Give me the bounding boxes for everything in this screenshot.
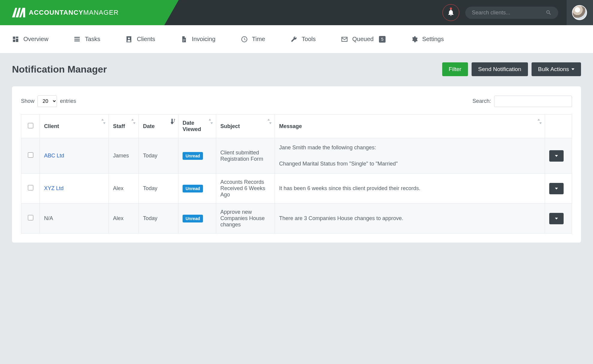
nav-badge: 5 <box>379 36 386 43</box>
client-link[interactable]: XYZ Ltd <box>44 185 64 191</box>
sort-icon <box>538 119 542 124</box>
message-cell: It has been 6 weeks since this client pr… <box>279 184 541 192</box>
subject-cell: Client submitted Registration Form <box>216 138 275 174</box>
brand-band: ACCOUNTANCYMANAGER <box>0 0 179 25</box>
col-date[interactable]: Date <box>139 115 178 138</box>
staff-cell: Alex <box>109 174 139 204</box>
nav-invoicing[interactable]: Invoicing <box>180 36 216 43</box>
app-header: ACCOUNTANCYMANAGER <box>0 0 593 25</box>
message-cell: Jane Smith made the following changes:Ch… <box>279 144 541 168</box>
filter-button[interactable]: Filter <box>442 62 468 76</box>
main-nav: OverviewTasksClientsInvoicingTimeToolsQu… <box>0 25 593 53</box>
table-row: N/AAlexTodayUnreadApprove new Companies … <box>21 204 572 234</box>
date-cell: Today <box>139 138 178 174</box>
show-suffix-label: entries <box>60 98 76 104</box>
wrench-icon <box>290 36 297 43</box>
chevron-down-icon <box>571 68 574 70</box>
staff-cell: James <box>109 138 139 174</box>
search-icon <box>546 10 552 16</box>
date-cell: Today <box>139 204 178 234</box>
show-prefix-label: Show <box>21 98 34 104</box>
logo-icon <box>12 8 25 17</box>
sort-desc-icon <box>171 119 175 124</box>
client-search[interactable] <box>465 7 558 19</box>
date-cell: Today <box>139 174 178 204</box>
row-actions-button[interactable] <box>549 183 564 194</box>
send-notification-button[interactable]: Send Notification <box>472 62 528 76</box>
row-checkbox[interactable] <box>28 185 33 190</box>
subject-cell: Accounts Records Received 6 Weeks Ago <box>216 174 275 204</box>
nav-queued[interactable]: Queued5 <box>341 36 386 43</box>
row-actions-button[interactable] <box>549 213 564 224</box>
chevron-down-icon <box>555 155 558 157</box>
clock-icon <box>241 36 248 43</box>
notifications-bell[interactable] <box>443 4 459 21</box>
sort-icon <box>267 119 272 124</box>
col-message[interactable]: Message <box>275 115 545 138</box>
gear-icon <box>411 36 418 43</box>
chevron-down-icon <box>555 188 558 189</box>
nav-label: Clients <box>137 36 155 43</box>
row-checkbox[interactable] <box>28 152 33 158</box>
col-subject[interactable]: Subject <box>216 115 275 138</box>
dashboard-icon <box>12 36 19 43</box>
bell-icon <box>447 9 455 16</box>
brand-logo[interactable]: ACCOUNTANCYMANAGER <box>12 8 119 17</box>
col-staff[interactable]: Staff <box>109 115 139 138</box>
sort-icon <box>131 119 136 124</box>
row-actions-button[interactable] <box>549 150 564 162</box>
search-input[interactable] <box>472 10 546 16</box>
message-cell: There are 3 Companies House changes to a… <box>279 214 541 222</box>
col-client[interactable]: Client <box>40 115 109 138</box>
nav-label: Settings <box>422 36 444 43</box>
client-link[interactable]: ABC Ltd <box>44 153 64 159</box>
nav-label: Tasks <box>85 36 100 43</box>
tasks-icon <box>73 36 81 43</box>
user-menu[interactable] <box>567 0 593 25</box>
table-search-input[interactable] <box>494 96 572 107</box>
page-title: Notification Manager <box>12 64 107 75</box>
unread-badge: Unread <box>183 152 203 160</box>
table-search-label: Search: <box>472 98 491 104</box>
nav-settings[interactable]: Settings <box>411 36 444 43</box>
nav-label: Queued <box>352 36 374 43</box>
entries-select[interactable]: 20 <box>37 95 57 107</box>
col-actions <box>545 115 572 138</box>
subject-cell: Approve new Companies House changes <box>216 204 275 234</box>
nav-label: Time <box>252 36 265 43</box>
nav-overview[interactable]: Overview <box>12 36 48 43</box>
nav-label: Invoicing <box>192 36 216 43</box>
avatar <box>572 5 587 20</box>
client-text: N/A <box>44 215 53 221</box>
table-row: ABC LtdJamesTodayUnreadClient submitted … <box>21 138 572 174</box>
unread-badge: Unread <box>183 185 203 192</box>
nav-tasks[interactable]: Tasks <box>73 36 100 43</box>
nav-label: Tools <box>302 36 316 43</box>
row-checkbox[interactable] <box>28 215 33 220</box>
mail-icon <box>341 36 348 43</box>
notifications-card: Show 20 entries Search: Client Staff Dat… <box>12 86 581 243</box>
sort-icon <box>209 119 213 124</box>
nav-time[interactable]: Time <box>241 36 265 43</box>
nav-label: Overview <box>23 36 48 43</box>
nav-clients[interactable]: Clients <box>125 36 155 43</box>
contacts-icon <box>125 36 133 43</box>
bulk-actions-button[interactable]: Bulk Actions <box>532 62 581 76</box>
staff-cell: Alex <box>109 204 139 234</box>
table-row: XYZ LtdAlexTodayUnreadAccounts Records R… <box>21 174 572 204</box>
document-icon <box>180 36 188 43</box>
notifications-table: Client Staff Date Date Viewed Subject Me… <box>21 114 572 234</box>
notification-dot-icon <box>450 7 452 10</box>
unread-badge: Unread <box>183 215 203 222</box>
select-all-checkbox[interactable] <box>28 123 33 128</box>
sort-icon <box>101 119 106 124</box>
col-date-viewed[interactable]: Date Viewed <box>178 115 216 138</box>
brand-name: ACCOUNTANCYMANAGER <box>29 9 119 16</box>
chevron-down-icon <box>555 218 558 219</box>
nav-tools[interactable]: Tools <box>290 36 316 43</box>
